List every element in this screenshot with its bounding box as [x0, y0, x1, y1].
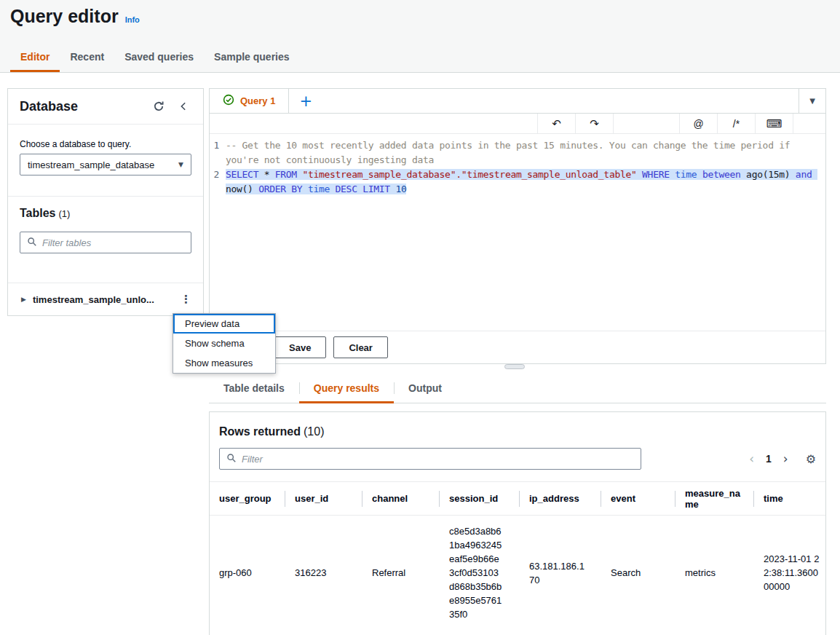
cell-time: 2023-11-01 22:38:11.360000000 — [754, 552, 826, 593]
results-filter-row: ‹ 1 › ⚙ — [219, 448, 816, 470]
collapse-panel-icon[interactable] — [175, 98, 191, 114]
query-tab-1[interactable]: Query 1 — [210, 89, 289, 113]
toolbar-end-spacer — [793, 114, 825, 133]
column-header-ip-address[interactable]: ip_address — [520, 489, 601, 508]
filter-tables-input[interactable] — [42, 237, 184, 248]
current-page[interactable]: 1 — [766, 453, 772, 465]
column-header-time[interactable]: time — [754, 489, 826, 508]
query-tabs-bar: Query 1 + ▼ — [210, 89, 825, 114]
line-number: 2 — [210, 167, 226, 182]
query-tabs-dropdown-button[interactable]: ▼ — [799, 89, 825, 113]
database-select[interactable]: timestream_sample_database ▼ — [20, 154, 191, 175]
tab-table-details[interactable]: Table details — [209, 374, 299, 403]
cell-user-id: 316223 — [285, 566, 362, 580]
column-header-channel[interactable]: channel — [362, 489, 440, 508]
cell-ip-address: 63.181.186.170 — [520, 559, 601, 587]
cell-channel: Referral — [362, 566, 440, 580]
results-tabs: Table details Query results Output — [209, 374, 826, 403]
tab-recent[interactable]: Recent — [60, 42, 114, 72]
query-editor-panel: Query 1 + ▼ ↶ ↷ @ /* ⌨ 1 -- Get the 10 m… — [209, 88, 826, 364]
sql-statement: SELECT * FROM "timestream_sample_databas… — [226, 167, 825, 197]
database-panel: Database Choose a database to query. tim… — [7, 88, 204, 316]
line-number: 1 — [210, 138, 226, 153]
spacer — [322, 89, 799, 113]
tab-output[interactable]: Output — [394, 374, 456, 403]
column-header-measure-name[interactable]: measure_name — [675, 484, 754, 514]
filter-tables-box — [20, 232, 191, 253]
undo-icon[interactable]: ↶ — [537, 114, 575, 133]
results-filter-box — [219, 448, 641, 470]
choose-database-label: Choose a database to query. — [20, 139, 191, 149]
chevron-down-icon: ▼ — [178, 161, 183, 168]
code-line-2: 2 SELECT * FROM "timestream_sample_datab… — [210, 167, 825, 197]
page-title: Query editor — [10, 6, 119, 27]
column-header-event[interactable]: event — [601, 489, 675, 508]
menu-item-preview-data[interactable]: Preview data — [173, 314, 275, 334]
mention-icon[interactable]: @ — [679, 114, 717, 133]
database-panel-header: Database — [8, 89, 203, 125]
tab-saved-queries[interactable]: Saved queries — [114, 42, 204, 72]
sql-editor[interactable]: 1 -- Get the 10 most recently added data… — [210, 134, 825, 331]
rows-returned-heading: Rows returned(10) — [210, 412, 825, 438]
sql-selection: SELECT * FROM "timestream_sample_databas… — [226, 169, 817, 194]
menu-item-show-measures[interactable]: Show measures — [173, 353, 275, 373]
tables-count: (1) — [59, 208, 71, 219]
refresh-icon[interactable] — [151, 98, 167, 114]
caret-down-icon: ▼ — [809, 97, 815, 105]
search-icon — [27, 237, 37, 249]
save-button[interactable]: Save — [274, 336, 326, 358]
table-context-menu: Preview data Show schema Show measures — [173, 313, 276, 374]
tab-editor[interactable]: Editor — [10, 42, 60, 72]
editor-actions: Save Clear — [210, 331, 825, 363]
add-query-tab-button[interactable]: + — [289, 89, 322, 113]
preferences-gear-icon[interactable]: ⚙ — [806, 452, 816, 466]
tables-section: Tables(1) — [8, 197, 203, 253]
clear-button[interactable]: Clear — [333, 336, 388, 358]
spacer — [8, 253, 203, 283]
database-select-value: timestream_sample_database — [28, 159, 154, 170]
pagination: ‹ 1 › — [749, 453, 788, 465]
redo-icon[interactable]: ↷ — [575, 114, 613, 133]
cell-session-id: c8e5d3a8b61ba4963245eaf5e9b66e3cf0d53103… — [440, 524, 520, 621]
query-valid-check-icon — [223, 94, 234, 108]
database-panel-title: Database — [20, 99, 142, 114]
column-header-session-id[interactable]: session_id — [440, 489, 520, 508]
rows-returned-count: (10) — [304, 425, 324, 438]
cell-event: Search — [601, 566, 675, 580]
top-tabs: Editor Recent Saved queries Sample queri… — [10, 42, 300, 72]
table-actions-kebab-icon[interactable]: ⋮ — [178, 293, 194, 306]
expand-triangle-icon[interactable]: ▶ — [21, 296, 26, 303]
tab-sample-queries[interactable]: Sample queries — [204, 42, 300, 72]
database-select-section: Choose a database to query. timestream_s… — [8, 125, 203, 196]
keyboard-shortcuts-icon[interactable]: ⌨ — [755, 114, 793, 133]
next-page-icon[interactable]: › — [783, 453, 788, 465]
cell-measure-name: metrics — [675, 566, 754, 580]
sql-comment: -- Get the 10 most recently added data p… — [226, 138, 825, 167]
cell-user-group: grp-060 — [210, 566, 285, 580]
query-results-panel: Rows returned(10) ‹ 1 › ⚙ user_group use… — [209, 411, 826, 635]
comment-block-icon[interactable]: /* — [717, 114, 755, 133]
menu-item-show-schema[interactable]: Show schema — [173, 334, 275, 353]
previous-page-icon[interactable]: ‹ — [749, 453, 754, 465]
table-list-item[interactable]: ▶ timestream_sample_unlo... ⋮ — [8, 283, 203, 315]
search-icon — [226, 453, 237, 465]
page-header: Query editor Info Editor Recent Saved qu… — [0, 0, 840, 73]
tab-query-results[interactable]: Query results — [299, 374, 394, 403]
column-header-user-id[interactable]: user_id — [285, 489, 362, 508]
tables-heading: Tables(1) — [20, 207, 191, 220]
results-filter-input[interactable] — [242, 454, 634, 465]
plus-icon: + — [299, 92, 312, 110]
info-link[interactable]: Info — [125, 15, 140, 24]
results-table-header: user_group user_id channel session_id ip… — [210, 482, 825, 516]
query-tab-label: Query 1 — [240, 95, 275, 106]
table-name: timestream_sample_unlo... — [33, 294, 171, 305]
panel-resize-handle[interactable] — [504, 364, 525, 369]
table-row: grp-060 316223 Referral c8e5d3a8b61ba496… — [210, 516, 825, 630]
page-title-row: Query editor Info — [0, 0, 840, 27]
editor-toolbar: ↶ ↷ @ /* ⌨ — [210, 114, 825, 134]
toolbar-spacer — [613, 114, 679, 133]
column-header-user-group[interactable]: user_group — [210, 489, 285, 508]
code-line-1: 1 -- Get the 10 most recently added data… — [210, 138, 825, 167]
